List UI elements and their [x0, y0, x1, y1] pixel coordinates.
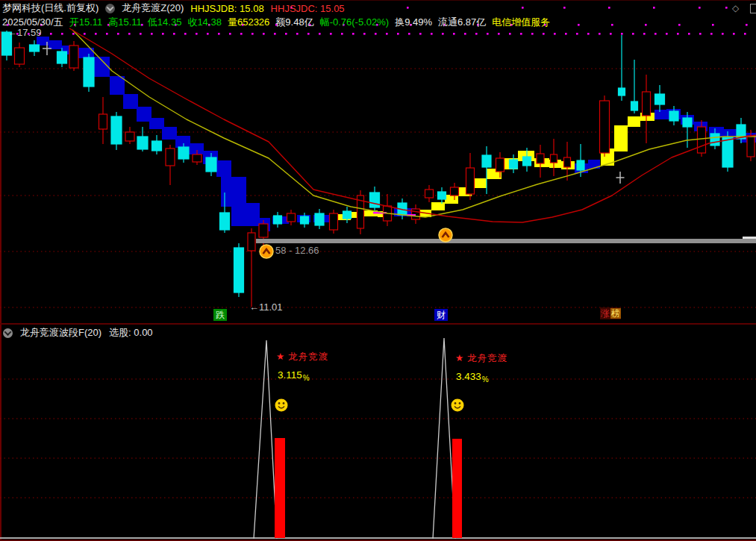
chart-canvas[interactable] [0, 0, 756, 541]
high-value: 高15.11 [108, 16, 142, 29]
industry-label[interactable]: 电信增值服务 [492, 16, 550, 29]
star-icon: ★ [455, 353, 464, 363]
signal-label-1: ★龙舟竞渡 [276, 351, 328, 363]
diamond-icon[interactable]: ◇ [732, 3, 743, 13]
badge-rise-board[interactable]: 涨榜 [600, 307, 621, 319]
bar-range-label: 58 - 12.66 [275, 245, 319, 256]
signal-number-1: 3.115 [278, 369, 302, 381]
subchart-indicator-name[interactable]: 龙舟竞渡波段F(20) [20, 326, 101, 340]
percent-sign-2: % [482, 375, 489, 384]
stock-filter-value: 选股: 0.00 [109, 326, 153, 340]
turnover-value: 换9.49% [395, 16, 432, 29]
subchart-header: 龙舟竞渡波段F(20) 选股: 0.00 [3, 326, 153, 340]
indicator-collapse-icon[interactable] [105, 4, 115, 13]
badge-rise-char2: 榜 [610, 308, 621, 319]
header-line2: 2025/05/30/五 开15.11 高15.11 低14.35 收14.38… [2, 16, 550, 29]
subchart-collapse-icon[interactable] [3, 328, 13, 338]
tdx-stock-window: 梦网科技(日线.前复权) 龙舟竞渡Z(20) HHJSJDB: 15.08 HH… [0, 0, 756, 541]
badge-fall[interactable]: 跌 [213, 309, 227, 321]
signal-value-1: 3.115% [278, 369, 309, 381]
signal-text-2: 龙舟竞渡 [467, 353, 507, 363]
low-price-marker: ←11.01 [249, 301, 283, 313]
percent-sign-1: % [303, 374, 310, 382]
high-price-marker: ←17.59 [7, 27, 42, 38]
amount-value: 额9.48亿 [275, 16, 313, 29]
stock-title: 梦网科技(日线.前复权) [2, 1, 99, 15]
change-value: 幅-0.76(-5.02%) [320, 16, 389, 29]
signal-text-1: 龙舟竞渡 [288, 351, 328, 362]
badge-rise-char1: 涨 [600, 308, 610, 319]
hhjsjdc-value: HHJSJDC: 15.05 [271, 3, 345, 14]
signal-value-2: 3.433% [456, 371, 488, 382]
signal-label-2: ★龙舟竞渡 [455, 352, 507, 365]
signal-number-2: 3.433 [456, 371, 481, 382]
star-icon: ★ [276, 351, 285, 362]
main-indicator-name[interactable]: 龙舟竞渡Z(20) [122, 1, 184, 15]
hhjsjdb-value: HHJSJDB: 15.08 [190, 3, 263, 14]
close-value: 收14.38 [187, 16, 222, 29]
expand-icon[interactable] [750, 4, 756, 13]
low-value: 低14.35 [148, 16, 182, 29]
volume-value: 量652326 [228, 16, 269, 29]
open-value: 开15.11 [69, 16, 103, 29]
badge-finance[interactable]: 财 [434, 309, 448, 321]
float-cap-value: 流通6.87亿 [438, 16, 486, 29]
header-line1: 梦网科技(日线.前复权) 龙舟竞渡Z(20) HHJSJDB: 15.08 HH… [2, 1, 345, 15]
